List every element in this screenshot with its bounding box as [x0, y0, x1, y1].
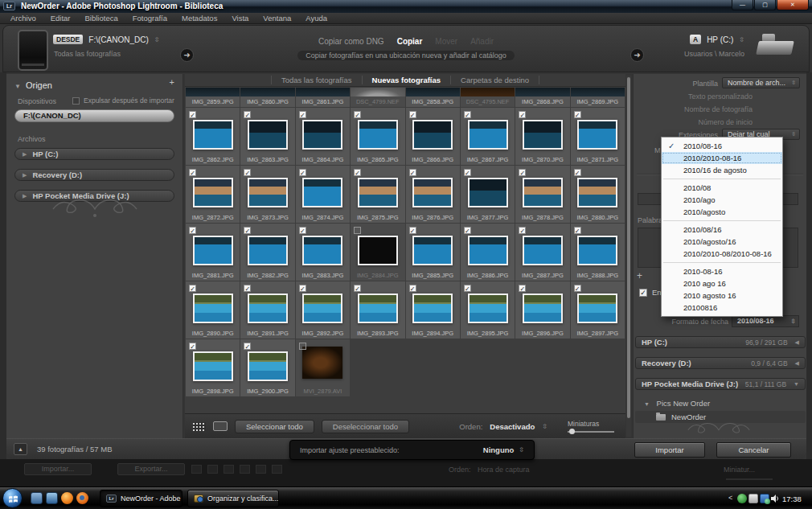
grid-view-icon[interactable] — [193, 422, 206, 431]
tray-network-icon[interactable] — [760, 494, 769, 503]
photo-checkbox[interactable]: ✓ — [574, 169, 581, 176]
photo-checkbox[interactable]: ✓ — [244, 227, 251, 234]
photo-checkbox[interactable]: ✓ — [244, 111, 251, 118]
menu-vista[interactable]: Vista — [224, 14, 256, 23]
photo-cell[interactable]: ✓IMG_2886.JPG — [461, 224, 515, 281]
dropdown-item-2010-2010-08-16[interactable]: 2010/2010-08-16 — [662, 152, 782, 164]
photo-cell[interactable]: IMG_2884.JPG — [351, 224, 404, 281]
minimize-button[interactable]: — — [732, 0, 753, 10]
photo-cell[interactable]: ✓IMG_2863.JPG — [240, 108, 294, 165]
source-device-select[interactable]: F:\(CANON_DC) — [88, 35, 148, 44]
thumbnail-size-slider[interactable] — [568, 431, 614, 433]
photo-cell[interactable]: ✓IMG_2871.JPG — [571, 108, 625, 165]
photo-checkbox[interactable]: ✓ — [299, 111, 306, 118]
photo-checkbox[interactable]: ✓ — [189, 285, 196, 292]
photo-checkbox[interactable]: ✓ — [464, 285, 471, 292]
deselect-all-button[interactable]: Deseleccionar todo — [322, 420, 409, 433]
photo-cell[interactable]: ✓IMG_2880.JPG — [571, 166, 625, 223]
menu-archivo[interactable]: Archivo — [3, 14, 43, 23]
tab-nuevas-fotografi-as[interactable]: Nuevas fotografías — [362, 76, 451, 84]
tray-device-icon[interactable] — [748, 494, 758, 503]
photo-cell[interactable]: ✓IMG_2870.JPG — [515, 108, 569, 165]
photo-cell[interactable]: ✓IMG_2891.JPG — [240, 281, 294, 339]
menu-ventana[interactable]: Ventana — [256, 14, 298, 23]
photo-cell[interactable]: ✓IMG_2875.JPG — [351, 166, 404, 223]
photo-checkbox[interactable] — [299, 343, 306, 350]
photo-cell[interactable]: ✓IMG_2873.JPG — [240, 166, 294, 223]
photo-cell[interactable]: ✓IMG_2878.JPG — [515, 166, 569, 223]
tray-volume-icon[interactable] — [770, 494, 780, 503]
source-volume-hp-c[interactable]: ▶HP (C:) — [14, 148, 174, 160]
import-method-copiar[interactable]: Copiar — [397, 37, 423, 46]
photo-checkbox[interactable]: ✓ — [409, 227, 416, 234]
dropdown-item-2010-ago-16[interactable]: 2010 ago 16 — [662, 277, 782, 289]
photo-cell[interactable]: ✓IMG_2895.JPG — [461, 281, 515, 339]
eject-after-import-option[interactable]: Expulsar después de importar — [72, 96, 174, 105]
subfolder-checkbox[interactable]: ✓ — [639, 289, 647, 297]
photo-cell-partial[interactable]: IMG_2868.JPG — [515, 88, 569, 107]
photo-checkbox[interactable]: ✓ — [299, 169, 306, 176]
quick-launch-firefox-icon[interactable] — [76, 492, 88, 504]
photo-cell[interactable]: ✓IMG_2890.JPG — [186, 281, 240, 339]
photo-cell-partial[interactable]: IMG_2859.JPG — [186, 88, 240, 107]
grid-scrollbar-thumb[interactable] — [627, 77, 630, 418]
start-button[interactable] — [2, 488, 23, 508]
photo-checkbox[interactable]: ✓ — [354, 285, 361, 292]
import-method-mover[interactable]: Mover — [435, 37, 457, 46]
menu-metadatos[interactable]: Metadatos — [174, 14, 224, 23]
photo-cell[interactable]: ✓IMG_2862.JPG — [186, 108, 240, 165]
order-select[interactable]: Desactivado — [490, 422, 535, 431]
photo-cell[interactable]: ✓IMG_2872.JPG — [186, 166, 240, 223]
dropdown-item-2010-agosto[interactable]: 2010/agosto — [662, 206, 782, 218]
photo-checkbox[interactable]: ✓ — [189, 111, 196, 118]
photo-checkbox[interactable]: ✓ — [464, 227, 471, 234]
photo-cell-partial[interactable]: DSC_4799.NEF — [351, 88, 404, 107]
photo-cell[interactable]: ✓IMG_2892.JPG — [296, 281, 350, 339]
photo-cell[interactable]: ✓IMG_2864.JPG — [296, 108, 350, 165]
photo-cell[interactable]: ✓IMG_2876.JPG — [406, 166, 460, 223]
photo-checkbox[interactable]: ✓ — [409, 285, 416, 292]
photo-cell-partial[interactable]: IMG_2858.JPG — [406, 88, 460, 107]
taskbar-task-organizar-y-clasifica[interactable]: Organizar y clasifica... — [187, 490, 279, 507]
loupe-view-icon[interactable] — [213, 421, 228, 431]
dropdown-item-2010-08-16[interactable]: ✓2010/08-16 — [662, 140, 782, 152]
dropdown-item-20100816[interactable]: 20100816 — [662, 302, 782, 314]
photo-cell[interactable]: ✓IMG_2898.JPG — [186, 339, 240, 396]
photo-checkbox[interactable]: ✓ — [244, 285, 251, 292]
dropdown-item-2010-agosto-16[interactable]: 2010/agosto/16 — [662, 236, 782, 248]
photo-cell[interactable]: ✓IMG_2881.JPG — [186, 224, 240, 281]
select-all-button[interactable]: Seleccionar todo — [235, 420, 314, 433]
grid-scrollbar[interactable] — [626, 76, 631, 437]
menu-fotografi-a[interactable]: Fotografía — [125, 14, 174, 23]
photo-cell-partial[interactable]: DSC_4795.NEF — [461, 88, 515, 107]
import-button[interactable]: Importar — [634, 442, 705, 458]
photo-checkbox[interactable]: ✓ — [519, 111, 526, 118]
photo-checkbox[interactable]: ✓ — [354, 169, 361, 176]
tray-antivirus-icon[interactable] — [737, 494, 747, 503]
import-method-copiar-como-dng[interactable]: Copiar como DNG — [318, 37, 384, 46]
photo-checkbox[interactable]: ✓ — [574, 111, 581, 118]
photo-cell[interactable]: ✓IMG_2885.JPG — [406, 224, 460, 281]
photo-cell[interactable]: ✓IMG_2900.JPG — [240, 339, 294, 396]
photo-cell[interactable]: ✓IMG_2888.JPG — [571, 224, 625, 281]
dropdown-item-2010-agosto-16[interactable]: 2010 agosto 16 — [662, 289, 782, 302]
photo-checkbox[interactable]: ✓ — [244, 343, 251, 350]
date-format-select[interactable]: 2010/08-16⇳ — [732, 315, 799, 327]
photo-cell[interactable]: ✓IMG_2874.JPG — [296, 166, 350, 223]
plus-icon[interactable]: + — [170, 77, 174, 87]
photo-cell-partial[interactable]: IMG_2869.JPG — [571, 88, 625, 107]
photo-cell-partial[interactable]: IMG_2860.JPG — [240, 88, 294, 107]
photo-checkbox[interactable]: ✓ — [519, 285, 526, 292]
menu-biblioteca[interactable]: Biblioteca — [78, 14, 125, 23]
template-select[interactable]: Nombre de arch...⇳ — [722, 77, 800, 88]
collapse-up-button[interactable]: ▲ — [14, 443, 27, 455]
tab-carpetas-de-destino[interactable]: Carpetas de destino — [450, 76, 539, 84]
quick-launch-desktop-icon[interactable] — [46, 492, 58, 504]
photo-cell[interactable]: ✓IMG_2865.JPG — [351, 108, 404, 165]
photo-checkbox[interactable]: ✓ — [409, 111, 416, 118]
photo-checkbox[interactable] — [354, 227, 361, 234]
into-subfolder-option[interactable]: ✓ En — [639, 288, 662, 297]
photo-cell[interactable]: ✓IMG_2896.JPG — [515, 281, 569, 339]
import-method-an-adir[interactable]: Añadir — [470, 37, 494, 46]
photo-cell[interactable]: ✓IMG_2877.JPG — [461, 166, 515, 223]
